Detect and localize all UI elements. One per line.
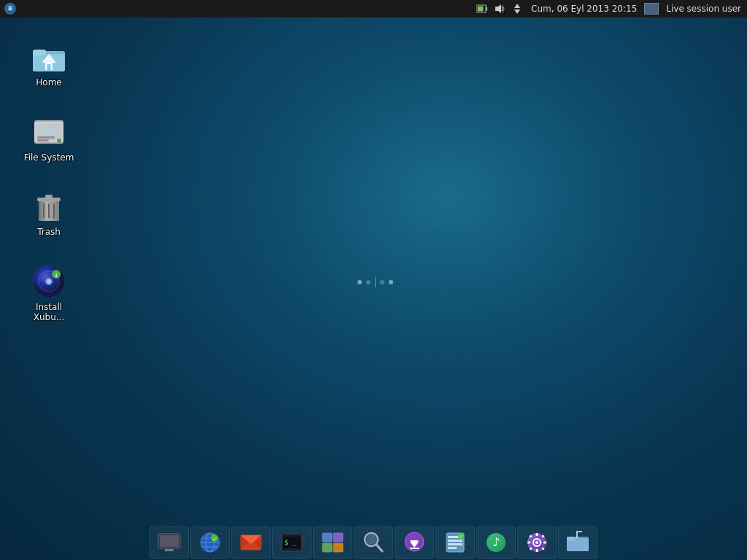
svg-text:↓: ↓ — [54, 272, 59, 279]
svg-rect-54 — [333, 533, 343, 542]
svg-line-59 — [376, 545, 382, 551]
trash-label: Trash — [37, 227, 61, 237]
load-dot-3 — [380, 280, 384, 284]
svg-rect-63 — [410, 548, 419, 549]
svg-point-58 — [366, 534, 376, 545]
home-icon-image — [31, 39, 66, 74]
loading-indicator — [357, 277, 393, 287]
cursor-indicator — [576, 531, 582, 538]
svg-text:$ _: $ _ — [285, 539, 297, 546]
panel-switch-button[interactable] — [644, 3, 659, 15]
svg-marker-5 — [495, 4, 501, 13]
trash-icon[interactable]: Trash — [16, 186, 82, 240]
svg-rect-68 — [448, 547, 457, 549]
install-icon-image: ↓ — [31, 264, 66, 299]
svg-rect-66 — [448, 540, 462, 542]
svg-point-1 — [9, 7, 12, 11]
taskbar: ✓ $ _ — [0, 525, 747, 560]
taskbar-terminal[interactable]: $ _ — [272, 526, 311, 559]
volume-icon[interactable] — [493, 2, 506, 15]
home-icon[interactable]: Home — [16, 36, 82, 90]
svg-point-19 — [57, 139, 61, 143]
load-line — [375, 277, 376, 287]
svg-rect-53 — [322, 533, 332, 542]
svg-rect-18 — [37, 139, 49, 141]
switcher-icon — [322, 532, 344, 553]
install-label: Install Xubu... — [19, 302, 79, 323]
panel-right: Cum, 06 Eyl 2013 20:15 Live session user — [476, 2, 744, 15]
svg-rect-77 — [536, 549, 538, 552]
xubuntu-logo-icon[interactable] — [3, 1, 18, 16]
filesystem-icon[interactable]: File System — [16, 112, 82, 166]
svg-rect-4 — [478, 7, 484, 12]
show-desktop-icon — [158, 533, 181, 552]
taskbar-show-desktop[interactable] — [150, 526, 189, 559]
load-dot-4 — [389, 280, 393, 284]
svg-rect-56 — [333, 543, 343, 552]
svg-rect-79 — [543, 542, 546, 544]
svg-rect-10 — [33, 50, 46, 55]
mail-icon — [240, 534, 262, 551]
datetime-label: Cum, 06 Eyl 2013 20:15 — [528, 4, 640, 14]
session-user-label: Live session user — [663, 4, 744, 14]
svg-rect-23 — [45, 195, 53, 199]
svg-rect-78 — [527, 542, 530, 544]
globe-icon: ✓ — [199, 532, 221, 553]
top-panel: Cum, 06 Eyl 2013 20:15 Live session user — [0, 0, 747, 18]
svg-point-32 — [47, 279, 51, 284]
svg-rect-13 — [47, 64, 51, 70]
filesystem-label: File System — [24, 152, 74, 163]
svg-text:♪: ♪ — [492, 535, 500, 549]
magnifier-icon — [363, 532, 384, 553]
svg-text:✓: ✓ — [212, 537, 217, 542]
music-icon: ♪ — [485, 532, 507, 553]
svg-rect-67 — [448, 543, 462, 545]
taskbar-app-finder[interactable] — [313, 526, 352, 559]
load-dot-2 — [366, 280, 371, 284]
svg-rect-55 — [322, 543, 332, 552]
trash-icon-image — [31, 189, 66, 224]
terminal-icon: $ _ — [281, 533, 303, 552]
svg-marker-7 — [514, 9, 520, 14]
download-icon — [404, 532, 425, 553]
svg-rect-36 — [160, 535, 179, 547]
svg-rect-37 — [165, 549, 174, 551]
taskbar-transmission[interactable] — [395, 526, 434, 559]
svg-marker-6 — [514, 4, 520, 8]
home-label: Home — [36, 77, 61, 88]
taskbar-settings[interactable] — [517, 526, 557, 559]
manager-icon: ✓ — [445, 532, 465, 553]
svg-rect-3 — [486, 7, 487, 11]
filesystem-icon-image — [31, 114, 66, 149]
install-icon[interactable]: ↓ Install Xubu... — [16, 261, 82, 326]
svg-rect-17 — [37, 136, 55, 139]
taskbar-music[interactable]: ♪ — [476, 526, 516, 559]
taskbar-web-browser[interactable]: ✓ — [190, 526, 230, 559]
load-dot-1 — [357, 280, 362, 284]
svg-point-75 — [535, 541, 538, 544]
gear-icon — [526, 532, 548, 553]
svg-rect-76 — [536, 533, 538, 536]
panel-left — [3, 1, 18, 16]
svg-text:✓: ✓ — [459, 534, 462, 539]
taskbar-manager[interactable]: ✓ — [436, 526, 475, 559]
svg-rect-86 — [567, 537, 576, 540]
taskbar-screenshot[interactable] — [354, 526, 393, 559]
network-icon[interactable] — [511, 2, 524, 15]
battery-icon — [476, 2, 489, 15]
taskbar-email[interactable] — [231, 526, 271, 559]
